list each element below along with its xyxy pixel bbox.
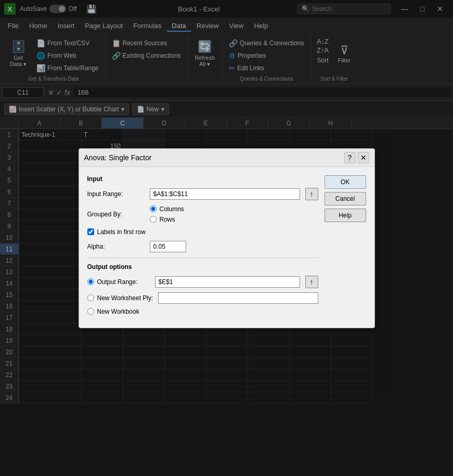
dialog-close-button[interactable]: ✕ [358, 152, 369, 163]
grouped-by-label: Grouped By: [87, 211, 145, 218]
labels-checkbox-label: Labels in first row [97, 228, 146, 236]
dialog-title-bar: Anova: Single Factor ? ✕ [79, 149, 374, 167]
anova-dialog: Anova: Single Factor ? ✕ Input Input Ran… [79, 148, 375, 328]
help-dialog-button[interactable]: Help [325, 209, 366, 222]
input-section-label: Input [87, 175, 318, 183]
dialog-body: Input Input Range: ↑ Grouped By: Co [79, 167, 374, 328]
dialog-overlay: Anova: Single Factor ? ✕ Input Input Ran… [0, 0, 453, 404]
rows-radio[interactable] [150, 216, 157, 223]
columns-radio-text: Columns [160, 205, 184, 213]
cancel-button[interactable]: Cancel [325, 192, 366, 205]
grouped-by-options: Columns Rows [150, 205, 184, 223]
new-worksheet-row: New Worksheet Ply: [87, 292, 318, 304]
output-range-row: Output Range: ↑ [87, 276, 318, 288]
grouped-by-row: Grouped By: Columns Rows [87, 205, 318, 223]
ok-button[interactable]: OK [325, 175, 366, 189]
rows-radio-text: Rows [160, 216, 175, 223]
new-workbook-radio-label[interactable]: New Workbook [87, 308, 139, 315]
alpha-row: Alpha: [87, 241, 318, 252]
input-range-picker-button[interactable]: ↑ [305, 188, 318, 200]
new-worksheet-radio-label[interactable]: New Worksheet Ply: [87, 294, 153, 302]
input-range-row: Input Range: ↑ [87, 188, 318, 200]
new-worksheet-input[interactable] [158, 292, 318, 304]
output-section-label: Output options [87, 263, 318, 271]
rows-radio-label[interactable]: Rows [150, 216, 184, 223]
output-range-picker-button[interactable]: ↑ [305, 276, 318, 288]
columns-radio-label[interactable]: Columns [150, 205, 184, 213]
columns-radio[interactable] [150, 205, 157, 212]
dialog-help-button[interactable]: ? [344, 152, 356, 163]
new-workbook-row: New Workbook [87, 308, 318, 315]
new-worksheet-radio[interactable] [87, 294, 94, 301]
dialog-form: Input Input Range: ↑ Grouped By: Co [87, 175, 318, 319]
new-worksheet-label: New Worksheet Ply: [97, 294, 153, 302]
alpha-label: Alpha: [87, 243, 145, 250]
input-range-field[interactable] [150, 188, 300, 200]
dialog-controls: ? ✕ [344, 152, 369, 163]
dialog-content: Input Input Range: ↑ Grouped By: Co [87, 175, 366, 319]
labels-checkbox-row[interactable]: Labels in first row [87, 228, 318, 236]
divider [87, 258, 318, 258]
alpha-input[interactable] [150, 241, 186, 252]
output-range-radio-label[interactable]: Output Range: [87, 278, 150, 286]
dialog-buttons: OK Cancel Help [325, 175, 366, 319]
labels-checkbox[interactable] [87, 228, 94, 235]
input-range-label: Input Range: [87, 190, 145, 198]
new-workbook-label: New Workbook [97, 308, 139, 315]
output-range-radio[interactable] [87, 278, 94, 285]
output-range-label: Output Range: [97, 278, 138, 286]
new-workbook-radio[interactable] [87, 308, 94, 315]
output-range-input[interactable] [155, 276, 300, 288]
dialog-title: Anova: Single Factor [84, 153, 152, 162]
